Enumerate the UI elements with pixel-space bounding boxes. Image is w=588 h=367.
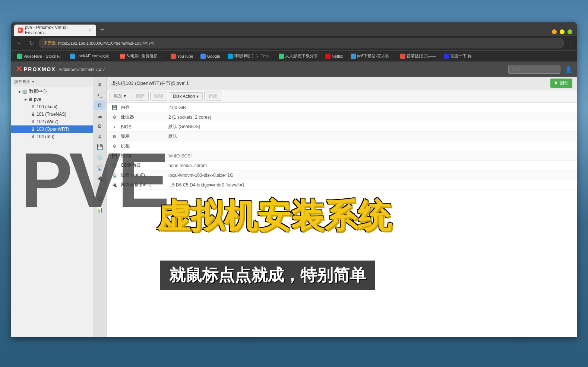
nav-scsi-icon[interactable]: 💾: [94, 142, 105, 152]
tree-label-pve: pve: [34, 97, 41, 102]
tab-favicon: P: [18, 28, 23, 33]
nav-options-icon[interactable]: ⚙: [94, 121, 105, 131]
active-tab[interactable]: P pve - Proxmox Virtual Environm... ×: [14, 25, 96, 36]
tree-icon-vm101: 🖥: [31, 112, 35, 117]
tree-vm100[interactable]: 🖥 100 (ikuai): [11, 103, 93, 111]
hw-row-bios[interactable]: ▪ BIOS 默认 (SeaBIOS): [107, 122, 577, 132]
nav-cd-icon[interactable]: 💿: [94, 153, 105, 162]
vm-title: 虚拟机103 (OpenWRT)在节点'pve'上: [111, 80, 190, 87]
sidebar-view-arrow: ▾: [32, 79, 34, 84]
tree-vm104[interactable]: 🖥 104 (mu): [11, 133, 93, 140]
scsi-label: SCSI: [121, 153, 165, 159]
hw-row-memory[interactable]: 💾 内存 2.00 GiB: [107, 103, 577, 112]
nav-permissions-icon[interactable]: 📊: [94, 205, 105, 214]
bookmark-netflix[interactable]: Netflix: [322, 53, 346, 60]
vm-toolbar: 添加 ▾ 删除 编辑 Disk Action ▾ 还原: [107, 90, 577, 103]
cpu-value: 2 (1 sockets, 2 cores): [168, 115, 211, 120]
bookmark-google[interactable]: Google: [197, 53, 223, 60]
maximize-btn[interactable]: [560, 29, 565, 34]
bookmark-label-6v: 6v电影_免费电影_...: [126, 53, 163, 59]
window-controls: [552, 29, 577, 36]
bookmark-yinchasi[interactable]: 音茶丝|首页——: [397, 52, 439, 60]
vm-start-button[interactable]: ▶ 启动: [550, 79, 572, 88]
bookmark-label-lookae: LookAE.com-大众...: [76, 53, 113, 59]
tree-label-vm101: 101 (TrueNAS): [37, 112, 66, 117]
tree-icon-vm100: 🖥: [31, 104, 35, 109]
delete-hardware-btn[interactable]: 删除: [132, 92, 149, 101]
pve-search-input[interactable]: [508, 65, 560, 74]
disk-label: 磁盘 (sata0): [121, 172, 165, 178]
hw-row-cdrom[interactable]: 💿 CD驱动器 none,media=cdrom: [107, 161, 577, 170]
scsi-icon: 💾: [111, 153, 118, 159]
bookmark-icon-youtube: [171, 54, 176, 59]
nav-history-icon[interactable]: ≡: [94, 132, 105, 141]
bookmarks-bar: VideoHive - Stock F... LookAE.com-大众... …: [11, 51, 577, 62]
tree-icon-vm104: 🖥: [31, 134, 35, 139]
back-btn[interactable]: ←: [15, 40, 24, 47]
close-window-btn[interactable]: [568, 29, 572, 34]
hw-row-cabinet[interactable]: ⚙ 机柜: [107, 141, 577, 151]
bookmark-baidu[interactable]: 百度一下,你...: [441, 52, 478, 60]
network-icon: 🔌: [111, 182, 118, 188]
tree-label-vm102: 102 (Win7): [37, 119, 59, 124]
tree-pve[interactable]: ▸ 🖥 pve: [11, 96, 93, 103]
bookmark-6v[interactable]: 4V 6v电影_免费电影_...: [117, 52, 166, 60]
hw-row-network[interactable]: 🔌 网络设备 (ne...) ...5 D6 C5 D4,bridge=vmbr…: [107, 180, 577, 190]
nav-summary-icon[interactable]: ≡: [94, 80, 105, 89]
cdrom-label: CD驱动器: [121, 162, 165, 169]
disk-icon: 📡: [111, 173, 118, 178]
tree-vm103[interactable]: 🖥 103 (OpenWRT): [11, 125, 93, 133]
add-hardware-btn[interactable]: 添加 ▾: [110, 92, 130, 101]
menu-icon[interactable]: ⋮: [567, 39, 573, 47]
nav-disk-icon[interactable]: 📡: [94, 163, 105, 173]
bookmark-label-bilibili: 嗶哩嗶哩 (゜-゜)つ...: [234, 53, 271, 59]
edit-hardware-btn[interactable]: 编辑: [150, 92, 167, 101]
hw-row-scsi[interactable]: 💾 SCSI VirtIO-SCSI: [107, 151, 577, 161]
vm-header-bar: 虚拟机103 (OpenWRT)在节点'pve'上 ▶ 启动: [107, 77, 577, 90]
bookmark-icon-renyingshi: [279, 54, 284, 59]
nav-cloudinit-icon[interactable]: ☁: [94, 111, 105, 121]
refresh-btn[interactable]: ↻: [27, 39, 36, 47]
hardware-list: 💾 内存 2.00 GiB ⚙ 处理器 2 (1 sockets, 2 core…: [107, 103, 577, 337]
tab-bar: P pve - Proxmox Virtual Environm... × +: [11, 22, 577, 36]
bookmark-videohive[interactable]: VideoHive - Stock F...: [14, 53, 66, 60]
memory-icon: 💾: [111, 105, 118, 110]
bios-icon: ▪: [111, 124, 118, 130]
nav-device-icon[interactable]: 🔌: [94, 173, 105, 183]
bookmark-renyingshi[interactable]: 人人影视下载分享: [276, 52, 321, 60]
bookmark-pc6[interactable]: pc6下载站-官方软...: [348, 52, 396, 60]
new-tab-btn[interactable]: +: [97, 25, 107, 35]
address-input[interactable]: 不安全 https://192.168.1.8:8006/#v1:0=qemu%…: [39, 38, 564, 48]
tree-icon-datacenter: ▸ 🏢: [19, 89, 28, 94]
nav-firewall-icon[interactable]: 🛡: [94, 194, 105, 204]
nav-backup-icon[interactable]: ↩: [94, 184, 105, 194]
cdrom-icon: 💿: [111, 163, 118, 168]
minimize-btn[interactable]: [552, 29, 557, 34]
bookmark-label-youtube: YouTube: [177, 54, 193, 58]
tree-vm102[interactable]: 🖥 102 (Win7): [11, 118, 93, 125]
memory-value: 2.00 GiB: [168, 105, 186, 110]
bookmark-youtube[interactable]: YouTube: [168, 53, 196, 60]
tree-vm101[interactable]: 🖥 101 (TrueNAS): [11, 111, 93, 118]
sidebar-nav-icons: ≡ >_ 🖥 ☁ ⚙ ≡ 💾 💿 📡 🔌 ↩ 🛡 📊: [93, 77, 107, 337]
bookmark-bilibili[interactable]: 嗶哩嗶哩 (゜-゜)つ...: [225, 52, 274, 60]
tree-label-datacenter: 数据中心: [29, 88, 47, 95]
hw-row-disk0[interactable]: 📡 磁盘 (sata0) local-lvm:vm-103-disk-0,siz…: [107, 170, 577, 180]
edit-label: 编辑: [154, 93, 163, 99]
nav-console-icon[interactable]: >_: [94, 90, 105, 100]
bookmark-icon-6v: 4V: [120, 54, 125, 59]
disk-action-btn[interactable]: Disk Action ▾: [169, 92, 203, 100]
bookmark-lookae[interactable]: LookAE.com-大众...: [67, 52, 116, 60]
pve-user-icon[interactable]: 👤: [565, 66, 572, 73]
display-icon: 🖥: [111, 134, 118, 139]
nav-hardware-icon[interactable]: 🖥: [94, 100, 105, 110]
revert-btn[interactable]: 还原: [204, 92, 221, 101]
address-bar: ← ↻ 不安全 https://192.168.1.8:8006/#v1:0=q…: [11, 36, 577, 51]
tab-close-btn[interactable]: ×: [87, 27, 92, 33]
hw-row-cpu[interactable]: ⚙ 处理器 2 (1 sockets, 2 cores): [107, 112, 577, 122]
proxmox-logo-text: PROXMOX: [24, 66, 56, 72]
bookmark-icon-baidu: [444, 54, 449, 59]
hw-row-display[interactable]: 🖥 显示 默认: [107, 132, 577, 141]
bookmark-label-pc6: pc6下载站-官方软...: [357, 53, 393, 59]
tree-datacenter[interactable]: ▸ 🏢 数据中心: [11, 87, 93, 96]
